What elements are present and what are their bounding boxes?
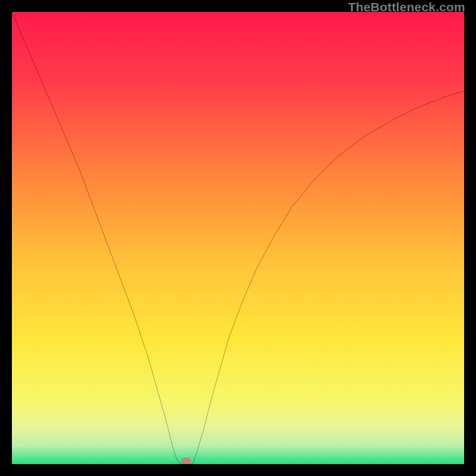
- watermark-text: TheBottleneck.com: [348, 0, 465, 14]
- min-marker: [181, 458, 191, 464]
- plot-area: [12, 12, 464, 464]
- outer-frame: TheBottleneck.com: [0, 0, 476, 476]
- bottleneck-curve: [12, 12, 464, 464]
